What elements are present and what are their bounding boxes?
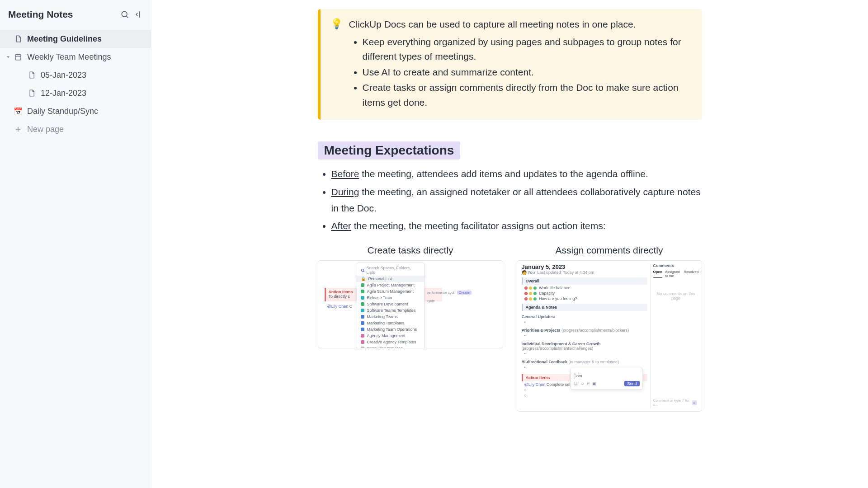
menu-search: Search Spaces, Folders, Lists [357,265,424,276]
mention-line: @Lily Chen C [327,304,353,309]
menu-item: Creative Agency Templates [357,339,424,345]
doc-body: 💡 ClickUp Docs can be used to capture al… [318,9,702,412]
feedback-label: Bi-directional Feedback [522,360,568,364]
priorities-label: Priorities & Projects [522,328,561,333]
page-meeting-guidelines[interactable]: Meeting Guidelines [0,30,151,48]
calendar-icon [14,52,23,61]
expectation-item: After the meeting, the meeting facilitat… [331,218,702,234]
menu-item-label: Marketing Templates [367,321,405,325]
page-label: 12-Jan-2023 [41,89,86,98]
sidebar: Meeting Notes [0,0,151,488]
svg-rect-4 [15,55,21,60]
growth-heading: Individual Development & Career Growth (… [522,342,647,351]
comments-panel: Comments Open Assigned to me Resolved No… [650,263,699,408]
overall-row-label: Work-life balance [539,286,570,290]
tip-callout: 💡 ClickUp Docs can be used to capture al… [318,9,702,120]
mock-doc-title: January 5, 2023 [522,263,647,270]
comments-title: Comments [653,263,699,268]
example-screenshots: Create tasks directly Action Items To di… [318,245,702,412]
svg-line-1 [127,16,128,18]
mock-doc-byline: 🧑 You Last updated: Today at 4:34 pm [522,270,647,275]
menu-item: Marketing Team Operations [357,326,424,333]
section-heading: Meeting Expectations [318,141,461,160]
action-items-title: Action Items [329,290,353,294]
doc-icon [27,89,36,98]
doc-icon [14,34,23,43]
callout-list: Keep everything organized by using pages… [349,35,690,110]
priorities-heading: Priorities & Projects (progress/accompli… [522,328,647,333]
svg-line-11 [363,271,364,272]
comment-input: Com [574,371,640,381]
menu-item-label: Release Train [367,296,392,300]
byline-when: Last updated: Today at 4:34 pm [537,270,594,275]
priorities-ann: (progress/accomplishments/blockers) [561,328,629,333]
pane-title: Assign comments directly [555,245,663,256]
plus-icon [14,125,23,134]
menu-item: Marketing Templates [357,320,424,326]
menu-item: Software Development [357,301,424,307]
overall-row: Work-life balance [524,286,647,290]
action-items-sub: To directly c [329,294,350,299]
callout-bullet: Use AI to create and summarize content. [363,65,690,80]
calendar-emoji-icon: 📅 [14,107,23,116]
doc-icon [27,70,36,80]
comments-cta: Comment or type '/' for c… ▸ [653,399,697,407]
menu-item: Agency Management [357,333,424,339]
collapse-sidebar-icon[interactable] [134,10,143,19]
menu-item-label: Software Teams Templates [367,308,416,313]
tab-resolved: Resolved [684,270,698,278]
at-icon: @ [574,381,578,386]
page-label: 05-Jan-2023 [41,70,86,80]
callout-lead: ClickUp Docs can be used to capture all … [349,17,690,32]
comment-toolbar: @ ☺ ⎘ ▣ Send [574,381,640,386]
menu-item-label: Agile Project Management [367,283,415,287]
new-page-button[interactable]: New page [0,120,151,138]
page-05-jan-2023[interactable]: 05-Jan-2023 [0,66,151,84]
feedback-heading: Bi-directional Feedback (to manager & to… [522,360,647,364]
comments-tabs: Open Assigned to me Resolved [653,270,699,278]
search-icon[interactable] [120,10,129,19]
new-page-label: New page [27,125,64,134]
comments-cta-button: ▸ [692,400,697,405]
expectation-lead: During [331,187,359,197]
page-label: Meeting Guidelines [27,34,102,44]
comments-cta-text: Comment or type '/' for c… [653,399,690,407]
mention-tail: C [348,304,352,309]
page-weekly-team-meetings[interactable]: Weekly Team Meetings [0,48,151,66]
overall-row-label: Capacity [539,291,555,296]
page-tree: Meeting Guidelines Weekly Team Meetings [0,28,151,138]
space-picker-menu: Search Spaces, Folders, Lists 🔒 Personal… [357,263,425,348]
agenda-block: Agenda & Notes [522,304,647,311]
doc-content: 💡 ClickUp Docs can be used to capture al… [151,0,868,488]
growth-ann: (progress/accomplishments/challenges) [522,346,594,351]
emoji-icon: ☺ [580,381,585,386]
menu-item-label: Personal List [368,277,392,281]
comments-empty: No comments on this page [653,291,699,300]
menu-item-label: Marketing Team Operations [367,327,417,332]
menu-item: Consulting Services [357,345,424,348]
expectation-item: During the meeting, an assigned notetake… [331,184,702,216]
expectations-list: Before the meeting, attendees add items … [318,166,702,234]
feedback-ann: (to manager & to employee) [567,360,619,364]
page-12-jan-2023[interactable]: 12-Jan-2023 [0,84,151,102]
attach-icon: ⎘ [587,381,590,386]
create-chip: Create [457,291,472,295]
byline-who: You [528,270,535,275]
menu-item: Software Teams Templates [357,307,424,314]
section-heading-wrap: Meeting Expectations [318,141,702,160]
overall-block: Overall [522,277,647,285]
expectation-lead: Before [331,169,359,179]
callout-bullet: Keep everything organized by using pages… [363,35,690,64]
doc-title: Meeting Notes [8,9,73,20]
menu-item-label: Software Development [367,302,408,306]
mention: @Lily Chen [524,382,546,387]
sidebar-header: Meeting Notes [0,9,151,28]
tab-open: Open [653,270,662,278]
svg-marker-3 [7,56,9,58]
task-icon: ▣ [592,381,596,386]
expectation-item: Before the meeting, attendees add items … [331,166,702,182]
mention: @Lily Chen [327,304,349,309]
caret-down-icon[interactable] [5,52,11,62]
svg-point-0 [122,11,127,17]
page-daily-standup[interactable]: 📅 Daily Standup/Sync [0,102,151,120]
